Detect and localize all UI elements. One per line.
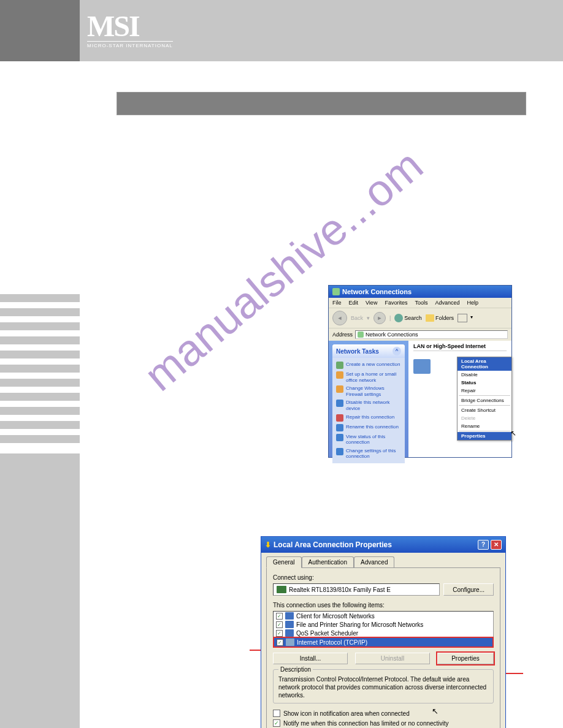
task-settings[interactable]: Change settings of this connection bbox=[336, 447, 401, 461]
checkbox-icon[interactable]: ✓ bbox=[276, 613, 283, 620]
description-group: Description Transmission Control Protoco… bbox=[273, 669, 494, 703]
window-titlebar: Network Connections bbox=[329, 286, 511, 298]
task-icon bbox=[336, 448, 343, 455]
task-icon bbox=[336, 385, 343, 393]
component-icon bbox=[285, 621, 294, 628]
help-button[interactable]: ? bbox=[478, 540, 489, 550]
page-header: MSI MICRO-STAR INTERNATIONAL bbox=[0, 0, 563, 61]
tab-strip: General Authentication Advanced bbox=[261, 553, 505, 567]
task-panel-header[interactable]: Network Tasks ^ bbox=[332, 344, 405, 358]
dialog-titlebar: ⬇Local Area Connection Properties ? ✕ bbox=[261, 537, 505, 553]
task-icon bbox=[336, 362, 343, 369]
address-icon bbox=[358, 332, 364, 338]
task-icon bbox=[336, 371, 343, 379]
collapse-icon: ^ bbox=[393, 347, 401, 355]
task-sidebar: Network Tasks ^ Create a new connection … bbox=[329, 341, 408, 457]
tab-authentication[interactable]: Authentication bbox=[302, 556, 354, 567]
toolbar: ◄ Back ▾ ► | Search Folders bbox=[329, 308, 511, 328]
task-rename[interactable]: Rename this connection bbox=[336, 423, 401, 433]
description-legend: Description bbox=[278, 666, 313, 673]
header-left-block bbox=[0, 0, 80, 61]
properties-button[interactable]: Properties bbox=[437, 653, 494, 664]
ctx-shortcut[interactable]: Create Shortcut bbox=[458, 406, 511, 414]
checkbox-icon[interactable]: ✓ bbox=[276, 630, 283, 637]
general-panel: Connect using: Realtek RTL8139/810x Fami… bbox=[266, 567, 500, 728]
view-button[interactable] bbox=[458, 314, 467, 322]
tab-advanced[interactable]: Advanced bbox=[354, 556, 394, 567]
ctx-repair[interactable]: Repair bbox=[458, 387, 511, 395]
header-right-block: MSI MICRO-STAR INTERNATIONAL bbox=[80, 0, 563, 61]
lan-section-header: LAN or High-Speed Internet bbox=[413, 343, 507, 351]
menu-tools[interactable]: Tools bbox=[415, 300, 427, 306]
close-button[interactable]: ✕ bbox=[491, 540, 502, 550]
list-item: ✓Client for Microsoft Networks bbox=[274, 612, 493, 620]
tab-general[interactable]: General bbox=[266, 556, 302, 568]
menu-edit[interactable]: Edit bbox=[349, 300, 359, 306]
menu-advanced[interactable]: Advanced bbox=[435, 300, 459, 306]
button-row: Install... Uninstall Properties bbox=[273, 653, 494, 664]
install-button[interactable]: Install... bbox=[273, 653, 348, 664]
window-title: Network Connections bbox=[342, 288, 412, 295]
task-disable[interactable]: Disable this network device bbox=[336, 398, 401, 412]
ctx-rename[interactable]: Rename bbox=[458, 422, 511, 430]
connect-using-label: Connect using: bbox=[273, 574, 494, 581]
section-title-bar bbox=[117, 92, 526, 115]
ctx-status[interactable]: Status bbox=[458, 379, 511, 387]
menu-view[interactable]: View bbox=[366, 300, 377, 306]
components-list[interactable]: ✓Client for Microsoft Networks ✓File and… bbox=[273, 611, 494, 648]
sidebar-solid-block bbox=[0, 453, 80, 728]
component-icon bbox=[285, 629, 294, 637]
task-setup-network[interactable]: Set up a home or small office network bbox=[336, 370, 401, 384]
address-label: Address bbox=[332, 332, 353, 338]
list-item: ✓File and Printer Sharing for Microsoft … bbox=[274, 620, 493, 629]
list-item-tcpip: ✓Internet Protocol (TCP/IP) bbox=[274, 638, 492, 646]
main-panel: LAN or High-Speed Internet Local Area Co… bbox=[408, 341, 511, 457]
ctx-bridge[interactable]: Bridge Connections bbox=[458, 396, 511, 404]
menu-file[interactable]: File bbox=[332, 300, 342, 306]
cursor-icon: ↖ bbox=[432, 707, 439, 716]
ctx-properties[interactable]: Properties bbox=[458, 432, 511, 440]
address-bar: Address Network Connections bbox=[329, 328, 511, 341]
network-connections-window: Network Connections File Edit View Favor… bbox=[328, 285, 512, 458]
notify-checkbox[interactable]: ✓ Notify me when this connection has lim… bbox=[273, 719, 494, 727]
window-icon bbox=[332, 288, 340, 295]
items-label: This connection uses the following items… bbox=[273, 602, 494, 609]
dialog-title: Local Area Connection Properties bbox=[274, 540, 392, 549]
tcpip-highlight: ✓Internet Protocol (TCP/IP) bbox=[273, 637, 494, 648]
checkbox-icon[interactable]: ✓ bbox=[276, 621, 283, 628]
configure-button[interactable]: Configure... bbox=[443, 583, 494, 596]
task-panel-title: Network Tasks bbox=[336, 348, 379, 355]
menu-help[interactable]: Help bbox=[467, 300, 478, 306]
task-repair[interactable]: Repair this connection bbox=[336, 413, 401, 423]
page-content: manualshive...om Network Connections Fil… bbox=[0, 61, 563, 728]
msi-logo: MSI MICRO-STAR INTERNATIONAL bbox=[87, 13, 173, 48]
address-field[interactable]: Network Connections bbox=[355, 330, 508, 339]
folders-icon bbox=[426, 314, 434, 322]
context-menu: Local Area Connection Disable Status Rep… bbox=[457, 357, 512, 441]
list-item: ✓QoS Packet Scheduler bbox=[274, 629, 493, 637]
cursor-icon: ↖ bbox=[510, 429, 516, 438]
ctx-disable[interactable]: Disable bbox=[458, 371, 511, 379]
task-firewall[interactable]: Change Windows Firewall settings bbox=[336, 384, 401, 398]
task-icon bbox=[336, 400, 343, 407]
task-status[interactable]: View status of this connection bbox=[336, 433, 401, 447]
back-button[interactable]: ◄ bbox=[332, 311, 347, 325]
component-icon bbox=[285, 612, 294, 620]
menu-favorites[interactable]: Favorites bbox=[385, 300, 407, 306]
checkbox-icon: ✓ bbox=[273, 719, 280, 727]
show-icon-checkbox[interactable]: Show icon in notification area when conn… bbox=[273, 710, 494, 717]
ctx-header: Local Area Connection bbox=[458, 357, 511, 371]
forward-button[interactable]: ► bbox=[373, 312, 386, 324]
address-value: Network Connections bbox=[366, 332, 418, 338]
checkbox-icon[interactable]: ✓ bbox=[277, 639, 283, 646]
folders-button[interactable]: Folders bbox=[426, 314, 454, 322]
search-icon bbox=[394, 314, 403, 322]
task-icon bbox=[336, 434, 343, 441]
lan-connection-icon[interactable] bbox=[413, 359, 431, 374]
task-create-connection[interactable]: Create a new connection bbox=[336, 360, 401, 370]
component-icon bbox=[286, 639, 294, 646]
callout-arrow-right bbox=[505, 673, 523, 674]
logo-main-text: MSI bbox=[87, 13, 173, 39]
search-button[interactable]: Search bbox=[394, 314, 422, 322]
properties-highlight: Properties bbox=[436, 651, 495, 665]
